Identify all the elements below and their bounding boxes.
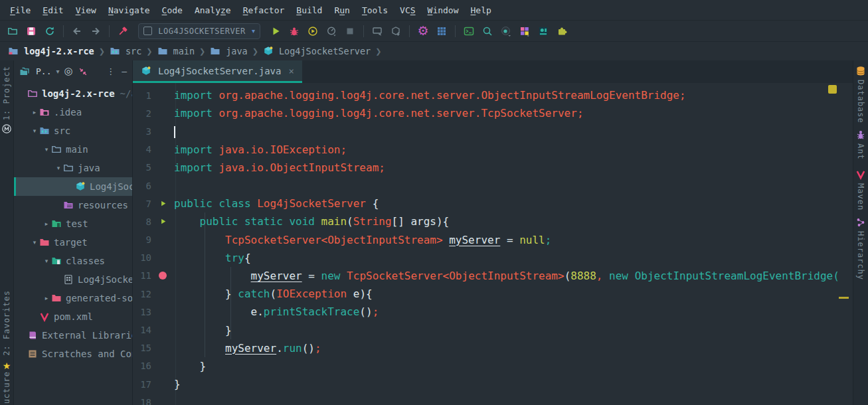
breadcrumb-item-src[interactable]: src <box>108 46 143 56</box>
menu-item-edit[interactable]: Edit <box>37 5 69 15</box>
run-button[interactable] <box>267 23 284 40</box>
line-number: 3 <box>133 126 151 137</box>
menu-item-view[interactable]: View <box>70 5 102 15</box>
breadcrumb-item-log4jsocketserver[interactable]: Log4jSocketServer <box>262 46 372 56</box>
tree-item-src[interactable]: ▾src <box>14 121 132 140</box>
folderNav-icon <box>157 46 169 56</box>
tree-item-main[interactable]: ▾main <box>14 140 132 159</box>
open-folder-button[interactable] <box>4 23 21 40</box>
line-number: 5 <box>133 162 151 173</box>
more-options-button[interactable]: ⋮ <box>106 66 115 76</box>
menu-item-tools[interactable]: Tools <box>356 5 394 15</box>
toolwindow-structure[interactable]: ucture <box>0 371 13 404</box>
menu-item-run[interactable]: Run <box>328 5 355 15</box>
back-button[interactable] <box>68 23 86 40</box>
terminal-button[interactable] <box>460 23 477 40</box>
run-configuration-select[interactable]: LOG4JSOCKETSERVER▾ <box>138 23 260 39</box>
deploy-button[interactable] <box>387 23 404 40</box>
line-number: 10 <box>133 252 151 263</box>
menu-item-navigate[interactable]: Navigate <box>102 5 156 15</box>
locate-file-button[interactable]: ◎ <box>64 66 73 76</box>
editor-tab-bar: Log4jSocketServer.java × <box>133 60 853 83</box>
build-button[interactable] <box>114 23 131 40</box>
menu-item-analyze[interactable]: Analyze <box>189 5 237 15</box>
line-number: 11 <box>133 270 151 281</box>
toolbar-separator <box>409 25 410 37</box>
settings-gear-button[interactable]: ⚙ <box>414 23 432 40</box>
breakpoint-icon[interactable] <box>159 272 167 280</box>
forward-button[interactable] <box>87 23 104 40</box>
tree-expander[interactable]: ▾ <box>42 146 51 153</box>
hide-panel-button[interactable]: — <box>122 66 127 76</box>
profiler-button[interactable] <box>323 23 340 40</box>
tree-item-resources[interactable]: resources <box>14 196 132 214</box>
tree-expander[interactable]: ▸ <box>42 220 51 227</box>
tree-item-pom-xml[interactable]: pom.xml <box>14 307 132 326</box>
code-line-15: 15 myServer.run(); <box>133 339 853 357</box>
chevron-down-icon[interactable]: ▾ <box>56 68 59 75</box>
menu-item-help[interactable]: Help <box>465 5 497 15</box>
run-gutter-icon[interactable] <box>159 200 167 207</box>
tree-expander[interactable]: ▾ <box>54 165 63 171</box>
modules-grid-button[interactable] <box>433 23 450 40</box>
close-icon[interactable]: × <box>288 66 294 76</box>
toolwindow-ant[interactable]: Ant <box>853 129 868 160</box>
menu-item-file[interactable]: File <box>4 5 37 15</box>
warning-stripe-mark[interactable] <box>839 297 849 299</box>
search-everywhere-button[interactable] <box>479 23 496 40</box>
stop-button[interactable] <box>341 23 359 40</box>
theme-blocks-button[interactable] <box>516 23 533 40</box>
toolwindow-project[interactable]: 1: Project <box>0 66 13 134</box>
project-view-selector[interactable]: P.. <box>36 66 51 76</box>
toolbar-separator <box>363 25 364 37</box>
toolwindow-database[interactable]: Database <box>853 66 868 123</box>
tree-item-log4jsocketser[interactable]: Log4jSocketSer <box>14 177 132 196</box>
inspection-status-marker[interactable] <box>828 85 837 94</box>
line-number: 8 <box>133 216 151 227</box>
save-all-button[interactable] <box>23 23 40 40</box>
material-ui-button[interactable] <box>535 23 552 40</box>
tree-item-scratches-and-consoles[interactable]: Scratches and Consoles <box>14 345 132 363</box>
menu-item-code[interactable]: Code <box>156 5 189 15</box>
menu-item-refactor[interactable]: Refactor <box>237 5 291 15</box>
collapse-all-button[interactable] <box>78 66 90 77</box>
tree-item-log4jsocketserve[interactable]: Log4jSocketServe <box>14 270 132 289</box>
line-number: 9 <box>133 234 151 245</box>
toolwindow-database-icon <box>855 66 866 76</box>
cube-icon <box>263 46 275 56</box>
tree-expander[interactable]: ▾ <box>30 127 39 134</box>
tree-item-classes[interactable]: ▾classes <box>14 252 132 270</box>
run-gutter-icon[interactable] <box>159 218 167 225</box>
breadcrumb-item-java[interactable]: java <box>209 46 249 56</box>
breadcrumb-item-log4j-2.x-rce[interactable]: log4j-2.x-rce <box>7 46 96 56</box>
tree-expander[interactable]: ▸ <box>42 295 51 301</box>
tree-item-target[interactable]: ▾target <box>14 233 132 252</box>
tree-expander[interactable]: ▸ <box>30 109 39 116</box>
menu-item-vcs[interactable]: VCS <box>394 5 421 15</box>
debug-button[interactable] <box>286 23 303 40</box>
main-toolbar: LOG4JSOCKETSERVER▾⚙ <box>0 20 868 42</box>
toolwindow-maven[interactable]: Maven <box>853 169 868 210</box>
toolwindow-hierarchy[interactable]: Hierarchy <box>853 217 868 280</box>
breadcrumb-item-main[interactable]: main <box>156 46 197 56</box>
menu-item-build[interactable]: Build <box>290 5 328 15</box>
tree-item-external-libraries[interactable]: External Libraries <box>14 326 132 345</box>
cube-icon <box>75 181 87 192</box>
menu-item-window[interactable]: Window <box>422 5 465 15</box>
plugins-puzzle-button[interactable] <box>553 23 570 40</box>
tree-expander[interactable]: ▾ <box>30 239 39 246</box>
tree-item-test[interactable]: ▸test <box>14 214 132 233</box>
coverage-button[interactable] <box>304 23 321 40</box>
tab-log4jsocketserver-java[interactable]: Log4jSocketServer.java × <box>133 60 302 83</box>
code-editor[interactable]: 1import org.apache.logging.log4j.core.ne… <box>133 83 853 405</box>
toolwindow-hierarchy-icon <box>855 217 866 228</box>
attach-process-button[interactable] <box>369 23 386 40</box>
toolwindow-favorites[interactable]: 2: Favorites★ <box>0 290 13 372</box>
tree-item-java[interactable]: ▾java <box>14 159 132 177</box>
tree-item-log4j-2-x-rce[interactable]: log4j-2.x-rce~/apache- <box>14 84 132 103</box>
tree-expander[interactable]: ▾ <box>42 258 51 264</box>
sync-button[interactable] <box>41 23 58 40</box>
record-button[interactable] <box>497 23 515 40</box>
tree-item--idea[interactable]: ▸.idea <box>14 103 132 121</box>
tree-item-generated-sources[interactable]: ▸generated-sources <box>14 289 132 307</box>
